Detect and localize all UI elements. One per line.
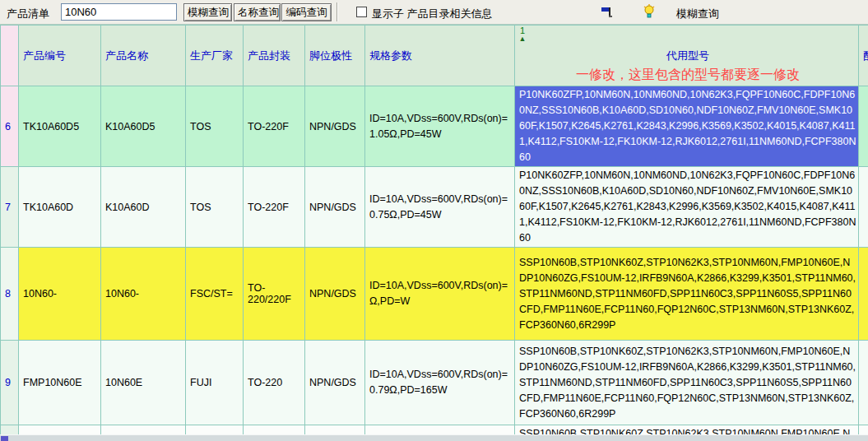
marker-arrow-icon: ▲ xyxy=(517,35,528,43)
col-manufacturer: 生产厂家 xyxy=(186,26,244,86)
col-product-id: 产品编号 xyxy=(19,26,101,86)
row-number-header xyxy=(1,26,19,86)
show-sub-catalog-label[interactable]: 显示子 产品目录相关信息 xyxy=(372,7,493,21)
cell-polarity[interactable]: NPN/GDS xyxy=(305,248,365,341)
search-input[interactable] xyxy=(61,3,177,21)
cell-substitutes[interactable]: SSP10N60B,STP10NK60Z,STP10N62K3,STP10NM6… xyxy=(515,248,859,341)
cell-spec[interactable]: ID=10A,VDss=600V,RDs(on)=0.79Ω,PD=165W xyxy=(365,341,515,425)
cell-product-name[interactable]: 10N60- xyxy=(101,248,186,341)
col-product-name: 产品名称 xyxy=(101,26,186,86)
fuzzy-query-button[interactable]: 模糊查询 xyxy=(183,3,232,21)
col-package: 产品封装 xyxy=(244,26,305,86)
fuzzy-query-caption: 模糊查询 xyxy=(676,7,719,21)
table-row: 9 FMP10N60E 10N60E FUJI TO-220 NPN/GDS I… xyxy=(1,341,868,425)
toolbar-separator xyxy=(337,2,338,21)
cell-spec[interactable]: ID=10A,VDss=600V,RDs(on)=Ω,PD=W xyxy=(365,248,515,341)
cell-clipped[interactable] xyxy=(859,248,868,341)
table-row: 6 TK10A60D5 K10A60D5 TOS TO-220F NPN/GDS… xyxy=(1,86,868,167)
cell-product-id[interactable]: 10N60- xyxy=(19,248,101,341)
cell-manufacturer[interactable]: TOS xyxy=(186,167,244,248)
cell-polarity[interactable]: NPN/GDS xyxy=(305,86,365,167)
cell-product-id[interactable]: TK10A60D5 xyxy=(19,86,101,167)
cell-manufacturer[interactable]: FSC/ST= xyxy=(186,248,244,341)
cell-package[interactable]: TO-220 xyxy=(244,341,305,425)
column-annotation-marker: 1 ▲ xyxy=(517,26,528,43)
cell-spec[interactable]: ID=10A,VDss=600V,RDs(on)=0.75Ω,PD=45W xyxy=(365,167,515,248)
row-number[interactable]: 9 xyxy=(1,341,19,425)
cell-package[interactable]: TO-220F xyxy=(244,167,305,248)
col-spec: 规格参数 xyxy=(365,26,515,86)
name-query-button[interactable]: 名称查询 xyxy=(234,3,281,21)
cell-manufacturer[interactable]: FUJI xyxy=(186,341,244,425)
table-row: 7 TK10A60D K10A60D TOS TO-220F NPN/GDS I… xyxy=(1,167,868,248)
horizontal-scrollbar[interactable] xyxy=(0,434,868,441)
row-number[interactable]: 6 xyxy=(1,86,19,167)
row-number[interactable]: 8 xyxy=(1,248,19,341)
cell-polarity[interactable]: NPN/GDS xyxy=(305,341,365,425)
app-window: 产品清单 模糊查询 名称查询 编码查询 显示子 产品目录相关信息 模糊查询 xyxy=(0,0,868,441)
cell-product-name[interactable]: K10A60D xyxy=(101,167,186,248)
cell-substitutes[interactable]: P10NK60ZFP,10NM60N,10NM60ND,10N62K3,FQPF… xyxy=(515,167,859,248)
col-clipped: 配 xyxy=(859,26,868,86)
cell-polarity[interactable]: NPN/GDS xyxy=(305,167,365,248)
scrollbar-thumb[interactable] xyxy=(1,436,8,441)
edit-warning-note: 一修改，这里包含的型号都要逐一修改 xyxy=(519,67,856,84)
header-row: 产品编号 产品名称 生产厂家 产品封装 脚位极性 规格参数 1 ▲ 代用型号 一… xyxy=(1,26,868,86)
cell-substitutes[interactable]: SSP10N60B,STP10NK60Z,STP10N62K3,STP10NM6… xyxy=(515,341,859,425)
product-table: 产品编号 产品名称 生产厂家 产品封装 脚位极性 规格参数 1 ▲ 代用型号 一… xyxy=(0,25,868,441)
query-toolbar: 产品清单 模糊查询 名称查询 编码查询 显示子 产品目录相关信息 模糊查询 xyxy=(0,0,868,25)
cell-manufacturer[interactable]: TOS xyxy=(186,86,244,167)
col-polarity: 脚位极性 xyxy=(305,26,365,86)
cell-spec[interactable]: ID=10A,VDss=600V,RDs(on)=1.05Ω,PD=45W xyxy=(365,86,515,167)
lightbulb-icon[interactable] xyxy=(643,4,656,17)
table-row-highlighted: 8 10N60- 10N60- FSC/ST= TO-220/220F NPN/… xyxy=(1,248,868,341)
cell-product-id[interactable]: FMP10N60E xyxy=(19,341,101,425)
cell-package[interactable]: TO-220/220F xyxy=(244,248,305,341)
product-list-label: 产品清单 xyxy=(7,7,49,21)
col-substitutes: 1 ▲ 代用型号 一修改，这里包含的型号都要逐一修改 xyxy=(515,26,859,86)
cell-clipped[interactable] xyxy=(859,341,868,425)
cell-product-name[interactable]: K10A60D5 xyxy=(101,86,186,167)
substitutes-title: 代用型号 xyxy=(519,49,856,63)
cell-product-name[interactable]: 10N60E xyxy=(101,341,186,425)
cell-package[interactable]: TO-220F xyxy=(244,86,305,167)
show-sub-catalog-checkbox[interactable] xyxy=(356,7,367,17)
code-query-button[interactable]: 编码查询 xyxy=(281,3,332,21)
cell-substitutes-selected[interactable]: P10NK60ZFP,10NM60N,10NM60ND,10N62K3,FQPF… xyxy=(515,86,859,167)
cell-clipped[interactable] xyxy=(859,167,868,248)
cell-clipped[interactable] xyxy=(859,86,868,167)
flag-icon[interactable] xyxy=(601,6,614,19)
row-number[interactable]: 7 xyxy=(1,167,19,248)
cell-product-id[interactable]: TK10A60D xyxy=(19,167,101,248)
